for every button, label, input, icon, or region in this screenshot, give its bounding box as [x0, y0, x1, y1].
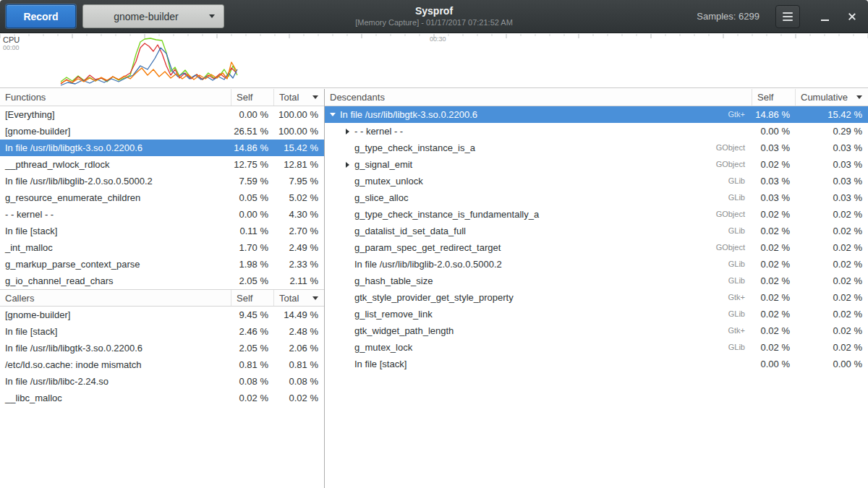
function-label: __libc_malloc	[5, 390, 62, 406]
self-percent: 0.02 %	[231, 390, 274, 406]
self-percent: 0.02 %	[752, 239, 796, 256]
library-tag: Gtk+	[728, 106, 752, 123]
triangle-glyph	[346, 162, 349, 168]
functions-row[interactable]: _int_malloc1.70 %2.49 %	[0, 239, 324, 256]
library-tag: GObject	[716, 140, 752, 156]
functions-row-name: g_markup_parse_context_parse	[0, 256, 231, 273]
cumulative-percent: 0.02 %	[796, 206, 868, 223]
descendants-tree: In file /usr/lib/libgtk-3.so.0.2200.6Gtk…	[325, 106, 868, 372]
total-percent: 0.81 %	[274, 356, 324, 373]
descendant-label: g_param_spec_get_redirect_target	[354, 239, 501, 256]
samples-count: Samples: 6299	[697, 11, 760, 22]
descendant-label: In file /usr/lib/libglib-2.0.so.0.5000.2	[354, 256, 502, 273]
self-percent: 0.00 %	[231, 206, 274, 223]
library-tag: GObject	[716, 156, 752, 173]
functions-row[interactable]: - - kernel - -0.00 %4.30 %	[0, 206, 324, 223]
functions-row[interactable]: In file /usr/lib/libglib-2.0.so.0.5000.2…	[0, 173, 324, 189]
descendant-name: g_hash_table_sizeGLib	[325, 273, 752, 289]
function-label: In file [stack]	[5, 223, 57, 239]
timeline-mid-label: 00:30	[430, 35, 446, 43]
functions-column-header[interactable]: Functions	[0, 89, 231, 106]
descendant-row[interactable]: g_mutex_lockGLib0.02 %0.02 %	[325, 339, 868, 356]
cumulative-title: Cumulative	[801, 92, 848, 103]
self-percent: 2.05 %	[231, 273, 274, 289]
functions-row[interactable]: g_io_channel_read_chars2.05 %2.11 %	[0, 273, 324, 289]
cumulative-percent: 0.29 %	[796, 123, 868, 140]
descendant-row[interactable]: In file [stack]0.00 %0.00 %	[325, 356, 868, 372]
functions-row[interactable]: In file /usr/lib/libgtk-3.so.0.2200.614.…	[0, 140, 324, 156]
capture-subtitle: [Memory Capture] - 01/17/2017 07:21:52 A…	[231, 17, 637, 27]
expander-icon[interactable]	[342, 162, 352, 168]
descendant-label: g_list_remove_link	[354, 306, 433, 322]
descendant-row[interactable]: In file /usr/lib/libglib-2.0.so.0.5000.2…	[325, 256, 868, 273]
functions-row-name: g_resource_enumerate_children	[0, 189, 231, 206]
record-button[interactable]: Record	[6, 4, 76, 28]
cumulative-percent: 0.02 %	[796, 339, 868, 356]
self-percent: 0.03 %	[752, 173, 796, 189]
callers-row-name: [gnome-builder]	[0, 307, 231, 323]
callers-row[interactable]: __libc_malloc0.02 %0.02 %	[0, 390, 324, 406]
descendants-cumulative-column-header[interactable]: Cumulative	[796, 89, 868, 106]
callers-row[interactable]: [gnome-builder]9.45 %14.49 %	[0, 307, 324, 323]
descendant-row[interactable]: g_datalist_id_set_data_fullGLib0.02 %0.0…	[325, 223, 868, 239]
expander-icon[interactable]	[328, 113, 338, 116]
descendant-row[interactable]: g_list_remove_linkGLib0.02 %0.02 %	[325, 306, 868, 322]
callers-row[interactable]: /etc/ld.so.cache: inode mismatch0.81 %0.…	[0, 356, 324, 373]
callers-total-column-header[interactable]: Total	[274, 290, 324, 306]
expander-icon[interactable]	[342, 129, 352, 134]
descendant-label: g_mutex_unlock	[354, 173, 423, 189]
callers-row[interactable]: In file [stack]2.46 %2.48 %	[0, 323, 324, 340]
callers-row[interactable]: In file /usr/lib/libc-2.24.so0.08 %0.08 …	[0, 373, 324, 390]
descendant-row[interactable]: g_type_check_instance_is_fundamentally_a…	[325, 206, 868, 223]
descendants-self-column-header[interactable]: Self	[752, 89, 796, 106]
cumulative-percent: 0.03 %	[796, 173, 868, 189]
callers-row-name: In file /usr/lib/libc-2.24.so	[0, 373, 231, 390]
functions-self-column-header[interactable]: Self	[231, 89, 274, 106]
descendant-row[interactable]: g_type_check_instance_is_aGObject0.03 %0…	[325, 140, 868, 156]
descendant-row[interactable]: g_signal_emitGObject0.02 %0.03 %	[325, 156, 868, 173]
descendant-row[interactable]: In file /usr/lib/libgtk-3.so.0.2200.6Gtk…	[325, 106, 868, 123]
functions-row[interactable]: g_markup_parse_context_parse1.98 %2.33 %	[0, 256, 324, 273]
function-label: In file /usr/lib/libgtk-3.so.0.2200.6	[5, 340, 142, 356]
cumulative-percent: 0.02 %	[796, 289, 868, 306]
callers-row[interactable]: In file /usr/lib/libgtk-3.so.0.2200.62.0…	[0, 340, 324, 356]
descendant-name: g_list_remove_linkGLib	[325, 306, 752, 322]
functions-row[interactable]: In file [stack]0.11 %2.70 %	[0, 223, 324, 239]
descendant-row[interactable]: gtk_style_provider_get_style_propertyGtk…	[325, 289, 868, 306]
descendant-row[interactable]: gtk_widget_path_lengthGtk+0.02 %0.02 %	[325, 322, 868, 339]
menu-button[interactable]	[775, 5, 800, 28]
functions-row[interactable]: [gnome-builder]26.51 %100.00 %	[0, 123, 324, 140]
callers-column-header[interactable]: Callers	[0, 290, 231, 306]
minimize-button[interactable]	[814, 7, 835, 27]
close-button[interactable]	[842, 7, 862, 27]
function-label: In file /usr/lib/libc-2.24.so	[5, 373, 109, 390]
functions-row-name: In file /usr/lib/libglib-2.0.so.0.5000.2	[0, 173, 231, 189]
library-tag: GObject	[716, 239, 752, 256]
callers-self-column-header[interactable]: Self	[231, 290, 274, 306]
descendant-row[interactable]: g_slice_allocGLib0.03 %0.03 %	[325, 189, 868, 206]
total-percent: 100.00 %	[274, 123, 324, 140]
functions-row-name: _int_malloc	[0, 239, 231, 256]
descendants-column-header[interactable]: Descendants	[325, 89, 752, 106]
descendant-name: gtk_style_provider_get_style_propertyGtk…	[325, 289, 752, 306]
functions-row[interactable]: g_resource_enumerate_children0.05 %5.02 …	[0, 189, 324, 206]
descendant-row[interactable]: g_param_spec_get_redirect_targetGObject0…	[325, 239, 868, 256]
cumulative-percent: 0.02 %	[796, 223, 868, 239]
descendant-label: gtk_widget_path_length	[354, 322, 454, 339]
functions-row-name: In file [stack]	[0, 223, 231, 239]
self-percent: 0.02 %	[752, 156, 796, 173]
callers-self-title: Self	[237, 293, 252, 304]
process-selector-dropdown[interactable]: gnome-builder	[82, 4, 224, 28]
functions-row-name: g_io_channel_read_chars	[0, 273, 231, 289]
functions-row[interactable]: [Everything]0.00 %100.00 %	[0, 106, 324, 123]
descendant-row[interactable]: - - kernel - -0.00 %0.29 %	[325, 123, 868, 140]
self-percent: 2.46 %	[231, 323, 274, 340]
functions-row[interactable]: __pthread_rwlock_rdlock12.75 %12.81 %	[0, 156, 324, 173]
descendant-label: gtk_style_provider_get_style_property	[354, 289, 514, 306]
close-icon	[847, 12, 857, 22]
descendant-row[interactable]: g_hash_table_sizeGLib0.02 %0.02 %	[325, 273, 868, 289]
functions-total-column-header[interactable]: Total	[274, 89, 324, 106]
self-percent: 0.00 %	[752, 123, 796, 140]
self-percent: 0.05 %	[231, 189, 274, 206]
descendant-row[interactable]: g_mutex_unlockGLib0.03 %0.03 %	[325, 173, 868, 189]
